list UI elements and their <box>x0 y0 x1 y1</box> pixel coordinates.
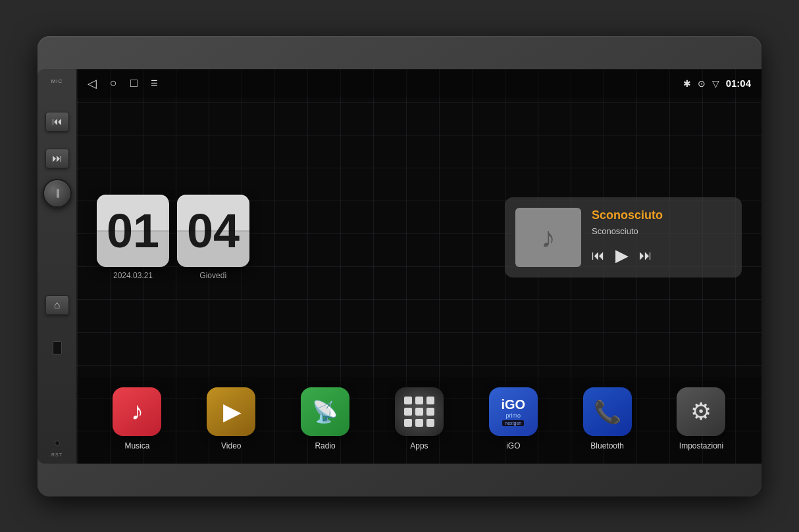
apps-grid <box>398 390 441 433</box>
status-right: ✱ ⊙ ▽ 01:04 <box>683 78 751 89</box>
app-apps[interactable]: Apps <box>393 387 446 450</box>
igo-primo-text: primo <box>506 412 521 419</box>
music-title: Sconosciuto <box>592 208 731 222</box>
music-info: Sconosciuto Sconosciuto ⏮ ▶ ⏭ <box>592 208 731 266</box>
usb-port <box>53 341 62 354</box>
radio-label: Radio <box>315 441 335 450</box>
apps-label: Apps <box>410 441 428 450</box>
prev-track-button[interactable]: ⏮ <box>45 112 69 132</box>
next-music-button[interactable]: ⏭ <box>639 248 652 263</box>
app-bluetooth[interactable]: 📞 Bluetooth <box>581 387 634 450</box>
day-label: Giovedì <box>199 271 226 280</box>
dot-5 <box>415 408 423 416</box>
hour-display: 01 <box>97 195 169 267</box>
impostazioni-icon: ⚙ <box>677 387 725 436</box>
video-icon: ▶ <box>207 387 255 436</box>
dot-9 <box>426 419 434 427</box>
minute-display: 04 <box>177 195 249 267</box>
dot-8 <box>415 419 423 427</box>
impostazioni-symbol: ⚙ <box>690 398 711 425</box>
bluetooth-label: Bluetooth <box>590 441 624 450</box>
status-time: 01:04 <box>726 78 751 89</box>
musica-icon: ♪ <box>113 387 161 436</box>
app-radio[interactable]: 📡 Radio <box>299 387 351 450</box>
prev-music-button[interactable]: ⏮ <box>592 248 605 263</box>
dot-1 <box>404 397 412 404</box>
home-nav-button[interactable]: ○ <box>110 76 117 90</box>
nav-buttons: ◁ ○ □ ☰ <box>88 76 158 91</box>
main-content: 01 2024.03.21 04 Giovedì <box>77 98 761 464</box>
screen: ◁ ○ □ ☰ ✱ ⊙ ▽ 01:04 <box>77 69 761 464</box>
video-symbol: ▶ <box>220 398 242 425</box>
radio-icon: 📡 <box>301 387 349 436</box>
widget-area: 01 2024.03.21 04 Giovedì <box>77 98 761 377</box>
dot-6 <box>426 408 434 416</box>
app-igo[interactable]: iGO primo nextgen iGO <box>487 387 540 450</box>
music-note-icon: ♪ <box>541 221 555 254</box>
play-music-button[interactable]: ▶ <box>615 245 629 266</box>
next-track-button[interactable]: ⏭ <box>45 149 69 168</box>
music-controls: ⏮ ▶ ⏭ <box>592 245 731 266</box>
igo-label: iGO <box>506 441 520 450</box>
dot-4 <box>404 408 412 416</box>
bluetooth-status-icon: ✱ <box>683 78 691 89</box>
music-artist: Sconosciuto <box>592 226 731 236</box>
music-widget: ♪ Sconosciuto Sconosciuto ⏮ ▶ ⏭ <box>505 197 742 278</box>
back-button[interactable]: ◁ <box>88 76 97 91</box>
status-bar: ◁ ○ □ ☰ ✱ ⊙ ▽ 01:04 <box>77 69 761 98</box>
igo-text: iGO <box>501 397 525 412</box>
album-art: ♪ <box>515 208 581 267</box>
side-panel-left: MIC ⏮ ⏭ ⌂ RST <box>38 69 77 464</box>
impostazioni-label: Impostazioni <box>679 441 723 450</box>
recent-button[interactable]: □ <box>130 76 138 90</box>
reset-hole <box>55 441 60 446</box>
minute-column: 04 Giovedì <box>177 195 249 280</box>
dot-7 <box>404 419 412 427</box>
menu-button[interactable]: ☰ <box>151 79 158 88</box>
igo-nextgen-text: nextgen <box>502 420 524 426</box>
musica-symbol: ♪ <box>131 397 143 425</box>
volume-knob[interactable] <box>43 179 72 208</box>
apps-icon <box>395 387 444 436</box>
clock-widget: 01 2024.03.21 04 Giovedì <box>97 195 249 280</box>
video-label: Video <box>221 441 241 450</box>
clock-digits: 01 2024.03.21 04 Giovedì <box>97 195 249 280</box>
bluetooth-symbol: 📞 <box>594 399 621 425</box>
rst-label: RST <box>51 452 63 457</box>
app-video[interactable]: ▶ Video <box>205 387 257 450</box>
app-musica[interactable]: ♪ Musica <box>111 387 163 450</box>
bluetooth-icon: 📞 <box>583 387 632 436</box>
igo-inner: iGO primo nextgen <box>489 387 538 436</box>
radio-symbol: 📡 <box>312 399 338 424</box>
hour-column: 01 2024.03.21 <box>97 195 169 280</box>
home-button[interactable]: ⌂ <box>45 295 69 315</box>
musica-label: Musica <box>124 441 149 450</box>
igo-icon: iGO primo nextgen <box>489 387 538 436</box>
dot-2 <box>415 397 423 404</box>
mic-label: MIC <box>51 78 63 84</box>
device-body: MIC ⏮ ⏭ ⌂ RST <box>38 36 761 496</box>
date-label: 2024.03.21 <box>113 271 153 280</box>
screen-content: ◁ ○ □ ☰ ✱ ⊙ ▽ 01:04 <box>77 69 761 464</box>
app-impostazioni[interactable]: ⚙ Impostazioni <box>675 387 727 450</box>
wifi-status-icon: ▽ <box>712 78 719 89</box>
app-grid: ♪ Musica ▶ Video 📡 <box>77 377 761 464</box>
dot-3 <box>426 397 434 404</box>
location-status-icon: ⊙ <box>698 78 706 89</box>
